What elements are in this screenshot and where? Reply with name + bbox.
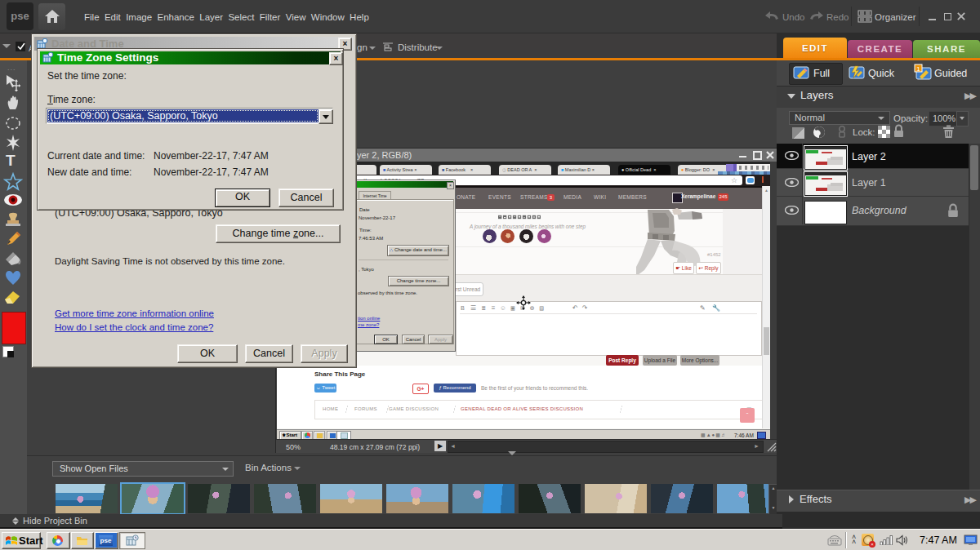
- svg-text:1: 1: [916, 65, 920, 73]
